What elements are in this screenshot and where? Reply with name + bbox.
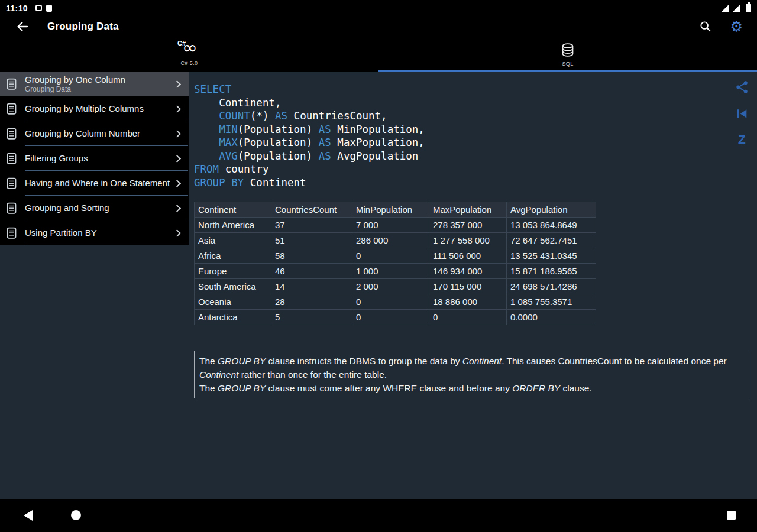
wifi-icon [722,5,729,12]
chevron-right-icon [173,229,181,237]
document-icon [6,78,18,90]
sidebar-item-text: Using Partition BY [25,228,171,238]
explanation-box: The GROUP BY clause instructs the DBMS t… [194,351,752,398]
chevron-right-icon [173,105,181,113]
code-line: MIN(Population) AS MinPopulation, [194,123,757,137]
table-cell: 58 [271,248,352,264]
sidebar-item-text: Grouping by Column Number [25,128,171,139]
sidebar-item-text: Grouping by Multiple Columns [25,103,171,114]
nav-recents-icon[interactable] [727,511,736,520]
tab-csharp[interactable]: C#∞ C# 5.0 [0,37,378,72]
notification-icon [35,5,42,11]
column-header: MinPopulation [352,202,429,218]
document-icon [6,128,18,140]
sidebar-item-label: Having and Where in One Statement [25,178,171,189]
sidebar-item-text: Grouping and Sorting [25,203,171,213]
table-cell: 37 [271,218,352,233]
tab-label: SQL [562,61,573,67]
table-cell: 0 [352,248,429,264]
sidebar-item-subtitle: Grouping Data [25,85,171,94]
table-cell: 0 [352,294,429,310]
table-cell: Antarctica [195,310,271,325]
sidebar-item[interactable]: Grouping and Sorting [0,196,189,220]
tab-bar: C#∞ C# 5.0 SQL [0,37,757,72]
table-cell: 1 000 [352,264,429,279]
table-cell: 7 000 [352,218,429,233]
code-line: GROUP BY Continent [194,176,757,190]
status-bar: 11:10 [0,0,757,16]
table-cell: 15 871 186.9565 [507,264,596,279]
table-row: Asia51286 0001 277 558 00072 647 562.745… [195,233,596,248]
document-icon [6,177,18,190]
table-row: Antarctica5000.0000 [195,310,596,325]
table-cell: 46 [271,264,352,279]
sidebar: Grouping by One ColumnGrouping DataGroup… [0,72,189,245]
csharp-icon: C#∞ [177,43,202,58]
sidebar-item[interactable]: Grouping by Column Number [0,121,189,146]
settings-gear-icon[interactable]: ⚙ [730,20,743,34]
divider [25,245,188,245]
table-cell: 278 357 000 [429,218,507,233]
code-line: COUNT(*) AS CountriesCount, [194,109,757,123]
app-bar: Grouping Data ⚙ [0,16,757,37]
table-cell: 24 698 571.4286 [507,279,596,294]
chevron-right-icon [173,80,181,88]
column-header: CountriesCount [271,202,352,218]
sidebar-item[interactable]: Grouping by Multiple Columns [0,96,189,121]
table-cell: 51 [271,233,352,248]
chevron-right-icon [173,130,181,138]
chevron-right-icon [173,180,181,187]
sidebar-item[interactable]: Grouping by One ColumnGrouping Data [0,72,189,96]
document-icon [6,153,18,165]
chevron-right-icon [173,155,181,163]
z-icon[interactable]: Z [738,133,746,146]
tab-sql[interactable]: SQL [378,37,757,72]
column-header: Continent [195,202,271,218]
code-line: FROM country [194,163,757,176]
skip-to-start-icon[interactable] [735,106,749,121]
share-icon[interactable] [735,80,749,95]
document-icon [6,202,18,215]
sidebar-item-label: Grouping by Multiple Columns [25,103,171,114]
search-icon[interactable] [699,20,712,33]
battery-icon [746,4,751,12]
table-row: Europe461 000146 934 00015 871 186.9565 [195,264,596,279]
table-cell: 1 085 755.3571 [507,294,596,310]
sidebar-item[interactable]: Filtering Groups [0,146,189,171]
nav-home-icon[interactable] [71,510,81,520]
sidebar-item[interactable]: Having and Where in One Statement [0,171,189,196]
table-cell: Europe [195,264,271,279]
table-cell: 14 [271,279,352,294]
table-cell: Asia [195,233,271,248]
table-cell: 146 934 000 [429,264,507,279]
table-header-row: ContinentCountriesCountMinPopulationMaxP… [195,202,596,218]
sidebar-item-text: Having and Where in One Statement [25,178,171,189]
database-icon [561,43,575,59]
notification-icon [46,5,52,12]
table-row: Oceania28018 886 0001 085 755.3571 [195,294,596,310]
table-cell: 0 [352,310,429,325]
table-cell: 28 [271,294,352,310]
table-row: North America377 000278 357 00013 053 86… [195,218,596,233]
page-title: Grouping Data [47,21,119,33]
document-icon [6,227,18,239]
sidebar-item-label: Filtering Groups [25,153,171,164]
table-row: South America142 000170 115 00024 698 57… [195,279,596,294]
sidebar-item-text: Grouping by One ColumnGrouping Data [25,74,171,94]
clock: 11:10 [6,4,28,13]
sql-code-block: SELECT Continent, COUNT(*) AS CountriesC… [194,83,757,189]
table-row: Africa580111 506 00013 525 431.0345 [195,248,596,264]
table-cell: 170 115 000 [429,279,507,294]
back-icon[interactable] [15,20,30,34]
tab-label: C# 5.0 [181,60,198,66]
table-cell: 72 647 562.7451 [507,233,596,248]
navigation-bar [0,499,757,532]
table-cell: Africa [195,248,271,264]
column-header: AvgPopulation [507,202,596,218]
nav-back-icon[interactable] [24,510,33,521]
table-cell: 0 [429,310,507,325]
sidebar-item[interactable]: Using Partition BY [0,220,189,245]
code-toolbar: Z [735,80,749,146]
table-cell: 13 053 864.8649 [507,218,596,233]
table-cell: 2 000 [352,279,429,294]
